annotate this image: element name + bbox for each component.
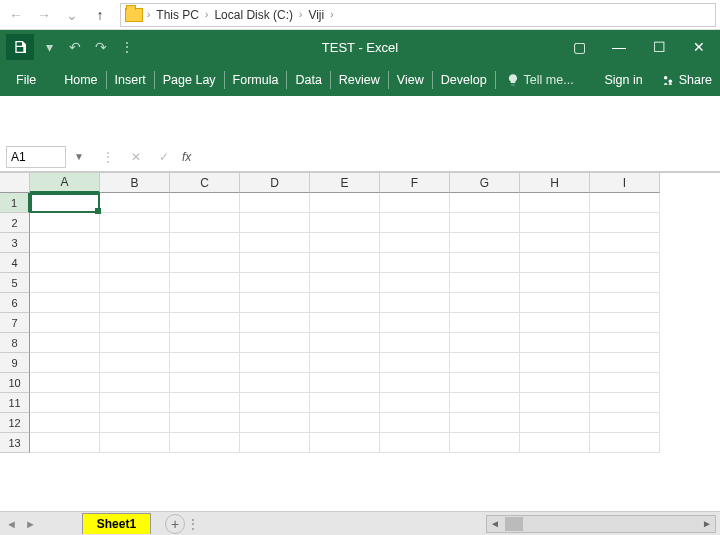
cell[interactable] — [520, 233, 590, 253]
cell[interactable] — [520, 393, 590, 413]
cell[interactable] — [590, 233, 660, 253]
tell-me-search[interactable]: Tell me... — [506, 73, 574, 87]
path-box[interactable]: › This PC › Local Disk (C:) › Viji › — [120, 3, 716, 27]
row-header[interactable]: 7 — [0, 313, 30, 333]
cell[interactable] — [520, 333, 590, 353]
cell[interactable] — [450, 193, 520, 213]
cell[interactable] — [520, 293, 590, 313]
cell[interactable] — [590, 313, 660, 333]
row-header[interactable]: 3 — [0, 233, 30, 253]
cell[interactable] — [100, 233, 170, 253]
cell[interactable] — [240, 293, 310, 313]
cell[interactable] — [310, 333, 380, 353]
nav-up-icon[interactable]: ↑ — [88, 3, 112, 27]
cell[interactable] — [240, 413, 310, 433]
column-header[interactable]: D — [240, 173, 310, 193]
cell[interactable] — [520, 273, 590, 293]
cell[interactable] — [100, 193, 170, 213]
cell[interactable] — [240, 313, 310, 333]
nav-back-icon[interactable]: ← — [4, 3, 28, 27]
horizontal-scrollbar[interactable]: ◄ ► — [486, 515, 716, 533]
cell[interactable] — [590, 393, 660, 413]
close-icon[interactable]: ✕ — [688, 36, 710, 58]
tab-home[interactable]: Home — [62, 65, 99, 95]
cell[interactable] — [240, 433, 310, 453]
cell[interactable] — [170, 313, 240, 333]
cell[interactable] — [100, 273, 170, 293]
maximize-icon[interactable]: ☐ — [648, 36, 670, 58]
cell[interactable] — [30, 233, 100, 253]
cell[interactable] — [30, 413, 100, 433]
cell[interactable] — [450, 213, 520, 233]
cell[interactable] — [170, 253, 240, 273]
cell[interactable] — [520, 353, 590, 373]
cell[interactable] — [450, 233, 520, 253]
cell[interactable] — [380, 293, 450, 313]
select-all-corner[interactable] — [0, 173, 30, 193]
row-header[interactable]: 5 — [0, 273, 30, 293]
tab-formulas[interactable]: Formula — [231, 65, 281, 95]
cell[interactable] — [240, 193, 310, 213]
touch-mode-icon[interactable]: ⋮ — [116, 36, 138, 58]
cell[interactable] — [30, 253, 100, 273]
cell[interactable] — [450, 433, 520, 453]
row-header[interactable]: 8 — [0, 333, 30, 353]
column-header[interactable]: I — [590, 173, 660, 193]
column-header[interactable]: F — [380, 173, 450, 193]
cell[interactable] — [170, 333, 240, 353]
tab-developer[interactable]: Develop — [439, 65, 489, 95]
cell[interactable] — [380, 353, 450, 373]
cell[interactable] — [590, 273, 660, 293]
cell[interactable] — [520, 413, 590, 433]
cell[interactable] — [240, 373, 310, 393]
cell[interactable] — [240, 353, 310, 373]
cell[interactable] — [520, 373, 590, 393]
cell[interactable] — [170, 293, 240, 313]
cell[interactable] — [170, 213, 240, 233]
cell[interactable] — [380, 413, 450, 433]
breadcrumb-item[interactable]: This PC — [154, 8, 201, 22]
cell[interactable] — [100, 313, 170, 333]
cell[interactable] — [310, 233, 380, 253]
cell[interactable] — [590, 333, 660, 353]
row-header[interactable]: 12 — [0, 413, 30, 433]
sign-in-button[interactable]: Sign in — [594, 65, 652, 95]
cell[interactable] — [380, 393, 450, 413]
cells-area[interactable] — [30, 193, 660, 453]
row-header[interactable]: 1 — [0, 193, 30, 213]
cell[interactable] — [450, 393, 520, 413]
scroll-thumb[interactable] — [505, 517, 523, 531]
file-tab[interactable]: File — [4, 65, 48, 95]
cell[interactable] — [310, 273, 380, 293]
name-box-dropdown-icon[interactable]: ▼ — [74, 151, 90, 162]
cell[interactable] — [240, 393, 310, 413]
cell[interactable] — [170, 373, 240, 393]
cell[interactable] — [30, 193, 100, 213]
cell[interactable] — [170, 413, 240, 433]
cell[interactable] — [100, 333, 170, 353]
cell[interactable] — [310, 253, 380, 273]
breadcrumb-item[interactable]: Local Disk (C:) — [212, 8, 295, 22]
cell[interactable] — [520, 193, 590, 213]
cell[interactable] — [30, 213, 100, 233]
cell[interactable] — [380, 273, 450, 293]
cell[interactable] — [450, 373, 520, 393]
splitter-grip-icon[interactable]: ⋮ — [189, 517, 197, 531]
cell[interactable] — [30, 373, 100, 393]
ribbon-display-options-icon[interactable]: ▢ — [568, 36, 590, 58]
nav-recent-dropdown-icon[interactable]: ⌄ — [60, 3, 84, 27]
row-header[interactable]: 11 — [0, 393, 30, 413]
cell[interactable] — [450, 253, 520, 273]
cell[interactable] — [30, 433, 100, 453]
cell[interactable] — [520, 433, 590, 453]
cell[interactable] — [380, 313, 450, 333]
cell[interactable] — [590, 413, 660, 433]
cell[interactable] — [240, 333, 310, 353]
cell[interactable] — [310, 413, 380, 433]
cell[interactable] — [170, 233, 240, 253]
cell[interactable] — [520, 253, 590, 273]
cell[interactable] — [590, 433, 660, 453]
row-header[interactable]: 13 — [0, 433, 30, 453]
undo-icon[interactable]: ↶ — [64, 36, 86, 58]
cell[interactable] — [310, 293, 380, 313]
